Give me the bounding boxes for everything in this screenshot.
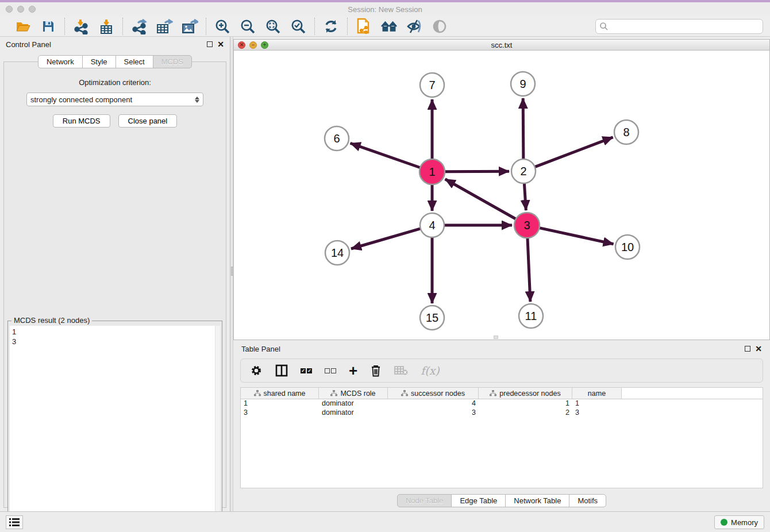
- edge-3-10[interactable]: [539, 228, 613, 244]
- memory-button[interactable]: Memory: [714, 515, 764, 529]
- node-label-11: 11: [525, 310, 537, 322]
- search-field[interactable]: [595, 19, 763, 34]
- search-icon: [599, 22, 609, 31]
- tab-style[interactable]: Style: [82, 55, 116, 68]
- network-canvas[interactable]: 7968124314101511: [234, 51, 769, 340]
- delete-row-icon[interactable]: [370, 363, 382, 379]
- edge-3-11[interactable]: [528, 238, 530, 302]
- node-label-3: 3: [523, 219, 530, 232]
- tab-mcds[interactable]: MCDS: [153, 55, 192, 68]
- select-stepper-icon: [195, 94, 199, 105]
- column-header-name[interactable]: name: [572, 388, 622, 399]
- node-label-6: 6: [333, 132, 340, 145]
- tab-motifs[interactable]: Motifs: [569, 494, 606, 507]
- cell-mcds-role[interactable]: dominator: [319, 399, 388, 408]
- cell-mcds-role[interactable]: dominator: [319, 408, 388, 418]
- open-session-icon[interactable]: [14, 18, 32, 35]
- splitter-grip[interactable]: [231, 267, 233, 276]
- table-row[interactable]: 3 dominator 3 2 3: [241, 408, 763, 418]
- zoom-selected-icon[interactable]: [290, 18, 307, 35]
- export-image-icon[interactable]: [181, 18, 198, 35]
- zoom-out-icon[interactable]: [239, 18, 256, 35]
- status-bar: Memory: [0, 511, 770, 532]
- column-header-shared-name[interactable]: shared name: [241, 388, 319, 399]
- cell-shared-name[interactable]: 3: [241, 408, 319, 418]
- table-tabs: Node Table Edge Table Network Table Moti…: [233, 494, 770, 507]
- close-panel-icon[interactable]: ✕: [217, 41, 224, 47]
- edge-2-9[interactable]: [523, 98, 523, 159]
- tab-network[interactable]: Network: [38, 55, 83, 68]
- close-panel-button[interactable]: Close panel: [118, 114, 178, 128]
- canvas-resize-grip[interactable]: [494, 336, 498, 339]
- hierarchy-icon: [330, 390, 337, 397]
- criterion-select[interactable]: strongly connected component: [26, 92, 203, 106]
- float-table-panel-icon[interactable]: [745, 346, 750, 352]
- node-table[interactable]: shared name MCDS role successor nodes pr…: [240, 387, 763, 488]
- edge-3-1[interactable]: [445, 179, 516, 219]
- apply-layout-icon[interactable]: [322, 18, 340, 35]
- edge-2-3[interactable]: [524, 183, 526, 210]
- cell-name[interactable]: 1: [572, 399, 622, 408]
- network-window: ✕ − + scc.txt 7968124314101511: [233, 39, 770, 340]
- zoom-fit-icon[interactable]: [264, 18, 282, 35]
- column-header-predecessor-nodes[interactable]: predecessor nodes: [479, 388, 572, 399]
- node-label-4: 4: [429, 219, 435, 232]
- hierarchy-icon: [490, 390, 496, 397]
- network-titlebar[interactable]: ✕ − + scc.txt: [234, 40, 769, 51]
- control-panel: Control Panel ✕ Network Style Select MCD…: [0, 37, 230, 511]
- run-mcds-button[interactable]: Run MCDS: [53, 114, 110, 128]
- cell-successor-nodes[interactable]: 3: [388, 408, 479, 418]
- mcds-panel-body: Optimization criterion: strongly connect…: [3, 61, 226, 508]
- unselect-all-columns-icon[interactable]: [325, 363, 336, 379]
- tab-edge-table[interactable]: Edge Table: [451, 494, 506, 507]
- cell-predecessor-nodes[interactable]: 1: [479, 399, 572, 408]
- edge-2-8[interactable]: [535, 137, 613, 167]
- mcds-result-title: MCDS result (2 nodes): [11, 316, 92, 325]
- import-table-icon[interactable]: [98, 18, 115, 35]
- tab-network-table[interactable]: Network Table: [505, 494, 569, 507]
- add-row-icon[interactable]: +: [349, 363, 357, 379]
- gear-icon[interactable]: [250, 363, 263, 379]
- export-network-icon[interactable]: [130, 18, 148, 35]
- table-row[interactable]: 1 dominator 4 1 1: [241, 399, 763, 408]
- cell-successor-nodes[interactable]: 4: [388, 399, 479, 408]
- network-graph: 7968124314101511: [234, 51, 769, 340]
- select-all-columns-icon[interactable]: ✓✓: [301, 363, 312, 379]
- edge-1-6[interactable]: [351, 143, 421, 167]
- node-label-14: 14: [331, 246, 344, 259]
- zoom-in-icon[interactable]: [214, 18, 231, 35]
- table-toolbar: ✓✓ + f(x): [240, 358, 763, 383]
- toggle-visual-properties-icon[interactable]: [406, 18, 423, 35]
- show-home-icon[interactable]: [380, 18, 398, 35]
- float-panel-icon[interactable]: [207, 41, 213, 47]
- edge-4-14[interactable]: [351, 229, 421, 249]
- column-header-successor-nodes[interactable]: successor nodes: [388, 388, 479, 399]
- edge-1-2[interactable]: [445, 171, 509, 172]
- column-header-mcds-role[interactable]: MCDS role: [319, 388, 388, 399]
- mcds-result-group: MCDS result (2 nodes) 1 3: [7, 321, 222, 532]
- export-table-icon[interactable]: [156, 18, 173, 35]
- cell-name[interactable]: 3: [572, 408, 622, 418]
- task-history-button[interactable]: [6, 515, 23, 529]
- columns-icon[interactable]: [275, 363, 288, 379]
- search-input[interactable]: [609, 22, 763, 30]
- table-header-row: shared name MCDS role successor nodes pr…: [241, 388, 763, 399]
- result-scrollbar[interactable]: [215, 326, 220, 532]
- import-network-icon[interactable]: [72, 18, 90, 35]
- node-label-1: 1: [429, 165, 435, 178]
- save-session-icon[interactable]: [40, 18, 57, 35]
- tab-node-table[interactable]: Node Table: [397, 494, 452, 507]
- cell-shared-name[interactable]: 1: [241, 399, 319, 408]
- cell-predecessor-nodes[interactable]: 2: [479, 408, 572, 418]
- application-window: Session: New Session: [0, 0, 770, 532]
- node-label-9: 9: [519, 78, 526, 90]
- main-toolbar: [0, 16, 770, 37]
- tab-select[interactable]: Select: [116, 55, 153, 68]
- search-area: [595, 19, 763, 34]
- copy-current-style-icon[interactable]: [355, 18, 372, 35]
- criterion-selected-value: strongly connected component: [30, 95, 195, 104]
- close-table-panel-icon[interactable]: ✕: [755, 346, 762, 352]
- mcds-result-list[interactable]: 1 3: [10, 326, 220, 532]
- toggle-birdseye-icon[interactable]: [431, 18, 448, 35]
- node-label-15: 15: [426, 311, 438, 324]
